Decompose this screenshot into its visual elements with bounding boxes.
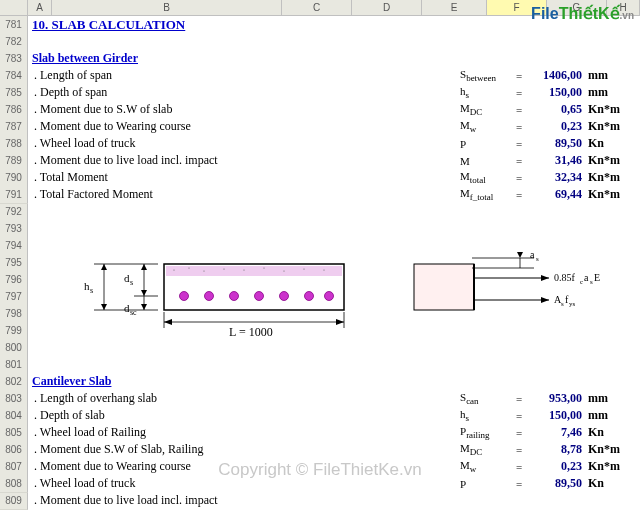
grid-row[interactable]: 792 [0,203,640,220]
row-number[interactable]: 787 [0,118,28,136]
row-label: . Moment due to Wearing course [34,459,191,474]
value-cell: 1406,00 [528,68,582,83]
section-title-link[interactable]: 10. SLAB CALCULATION [32,17,185,33]
grid-row[interactable]: 806. Moment due S.W of Slab, RailingMDC=… [0,441,640,458]
row-number[interactable]: 789 [0,152,28,170]
value-cell: 89,50 [528,476,582,491]
grid-row[interactable]: 791. Total Factored MomentMf_total=69,44… [0,186,640,203]
row-number[interactable]: 783 [0,50,28,68]
row-label: . Moment due to Wearing course [34,119,191,134]
symbol-cell: P [460,478,466,490]
row-label: . Moment due to S.W of slab [34,102,172,117]
equals-sign: = [516,121,522,133]
grid-row[interactable]: 807. Moment due to Wearing courseMw=0,23… [0,458,640,475]
row-number[interactable]: 799 [0,322,28,340]
unit-cell: Kn*m [588,187,620,202]
row-number[interactable]: 800 [0,339,28,357]
value-cell: 32,34 [528,170,582,185]
unit-cell: Kn [588,425,604,440]
svg-point-8 [283,270,284,271]
row-number[interactable]: 794 [0,237,28,255]
grid-row[interactable]: 802Cantilever Slab [0,373,640,390]
value-cell: 7,46 [528,425,582,440]
col-header-D[interactable]: D [352,0,422,15]
row-number[interactable]: 802 [0,373,28,391]
row-number[interactable]: 786 [0,101,28,119]
unit-cell: mm [588,85,608,100]
value-cell: 150,00 [528,408,582,423]
col-header-E[interactable]: E [422,0,487,15]
equals-sign: = [516,70,522,82]
equals-sign: = [516,155,522,167]
grid-row[interactable]: 788. Wheel load of truckP=89,50Kn [0,135,640,152]
symbol-cell: MDC [460,442,482,457]
row-number[interactable]: 788 [0,135,28,153]
row-number[interactable]: 803 [0,390,28,408]
svg-text:s: s [536,255,539,263]
subsection-link[interactable]: Slab between Girder [32,51,138,66]
svg-point-4 [203,270,204,271]
subsection-link[interactable]: Cantilever Slab [32,374,111,389]
grid-row[interactable]: 784. Length of spanSbetween=1406,00mm [0,67,640,84]
col-header-A[interactable]: A [28,0,52,15]
svg-marker-38 [164,319,172,325]
svg-marker-23 [101,304,107,310]
grid-row[interactable]: 805. Wheel load of RailingPrailing=7,46K… [0,424,640,441]
row-number[interactable]: 791 [0,186,28,204]
grid-row[interactable]: 803. Length of overhang slabScan=953,00m… [0,390,640,407]
equals-sign: = [516,427,522,439]
svg-point-6 [243,269,244,270]
equals-sign: = [516,478,522,490]
row-number[interactable]: 781 [0,16,28,34]
grid-row[interactable]: 785. Depth of spanhs=150,00mm [0,84,640,101]
value-cell: 0,65 [528,102,582,117]
row-label: . Depth of slab [34,408,105,423]
row-number[interactable]: 796 [0,271,28,289]
row-number[interactable]: 801 [0,356,28,374]
svg-point-5 [223,268,224,269]
svg-text:c: c [580,278,583,286]
grid-row[interactable]: 804. Depth of slabhs=150,00mm [0,407,640,424]
row-number[interactable]: 795 [0,254,28,272]
grid-row[interactable]: 801 [0,356,640,373]
svg-point-11 [180,292,189,301]
svg-point-12 [205,292,214,301]
row-number[interactable]: 804 [0,407,28,425]
row-number[interactable]: 808 [0,475,28,493]
col-header-C[interactable]: C [282,0,352,15]
col-header-B[interactable]: B [52,0,282,15]
row-number[interactable]: 807 [0,458,28,476]
row-number[interactable]: 782 [0,33,28,51]
grid-row[interactable]: 809. Moment due to live load incl. impac… [0,492,640,509]
grid-row[interactable]: 790. Total MomentMtotal=32,34Kn*m [0,169,640,186]
corner-cell [0,0,28,15]
grid-row[interactable]: 808. Wheel load of truckP=89,50Kn [0,475,640,492]
grid-row[interactable]: 782 [0,33,640,50]
grid-row[interactable]: 789. Moment due to live load incl. impac… [0,152,640,169]
equals-sign: = [516,87,522,99]
value-cell: 31,46 [528,153,582,168]
symbol-cell: hs [460,85,469,100]
row-number[interactable]: 797 [0,288,28,306]
row-label: . Moment due to live load incl. impact [34,153,218,168]
svg-point-7 [263,267,264,268]
row-number[interactable]: 785 [0,84,28,102]
grid-row[interactable]: 793 [0,220,640,237]
grid-row[interactable]: 783Slab between Girder [0,50,640,67]
row-number[interactable]: 793 [0,220,28,238]
symbol-cell: Prailing [460,425,490,440]
row-number[interactable]: 790 [0,169,28,187]
row-number[interactable]: 798 [0,305,28,323]
grid-row[interactable]: 787. Moment due to Wearing courseMw=0,23… [0,118,640,135]
row-number[interactable]: 784 [0,67,28,85]
symbol-cell: P [460,138,466,150]
equals-sign: = [516,104,522,116]
row-number[interactable]: 806 [0,441,28,459]
row-number[interactable]: 792 [0,203,28,221]
grid-row[interactable]: 786. Moment due to S.W of slabMDC=0,65Kn… [0,101,640,118]
row-number[interactable]: 809 [0,492,28,510]
unit-cell: Kn*m [588,119,620,134]
row-number[interactable]: 805 [0,424,28,442]
row-label: . Length of overhang slab [34,391,157,406]
unit-cell: mm [588,391,608,406]
